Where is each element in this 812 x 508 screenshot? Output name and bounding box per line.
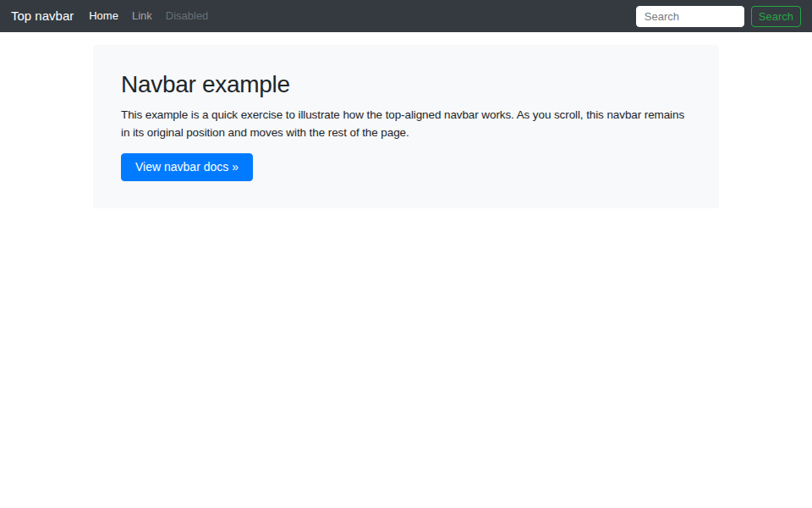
- navbar-brand[interactable]: Top navbar: [11, 0, 74, 32]
- search-button[interactable]: Search: [751, 6, 801, 27]
- nav-link-link[interactable]: Link: [125, 0, 159, 32]
- hero-panel: Navbar example This example is a quick e…: [93, 45, 719, 208]
- top-navbar: Top navbar Home Link Disabled Search: [0, 0, 812, 32]
- navbar-nav: Home Link Disabled: [82, 0, 636, 32]
- hero-description: This example is a quick exercise to illu…: [121, 106, 691, 141]
- navbar-search-form: Search: [636, 6, 801, 27]
- nav-link-disabled: Disabled: [159, 0, 216, 32]
- main-content: Navbar example This example is a quick e…: [93, 45, 719, 208]
- page-title: Navbar example: [121, 71, 691, 98]
- nav-link-home[interactable]: Home: [82, 0, 125, 32]
- search-input[interactable]: [636, 6, 744, 27]
- view-navbar-docs-button[interactable]: View navbar docs »: [121, 153, 253, 181]
